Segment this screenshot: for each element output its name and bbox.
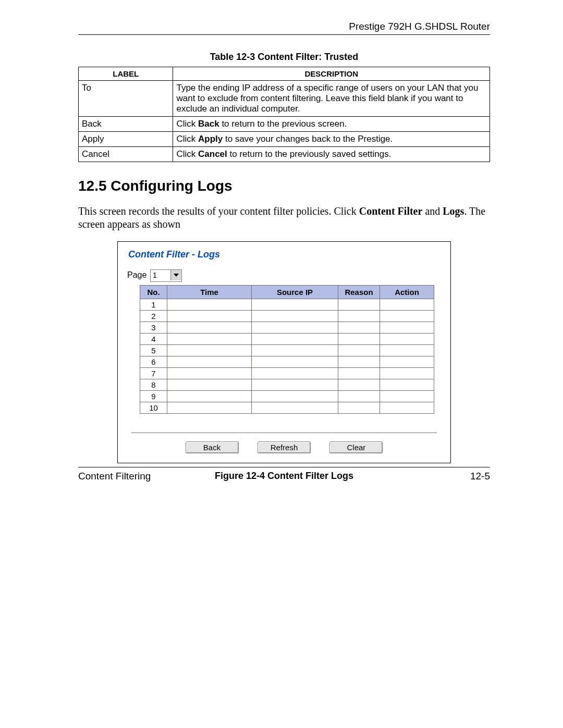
table-row: 7 — [140, 368, 434, 379]
table-row: Cancel Click Cancel to return to the pre… — [79, 147, 490, 162]
product-name: Prestige 792H G.SHDSL Router — [349, 21, 490, 32]
page-select[interactable]: 1 — [150, 269, 182, 282]
section-intro: This screen records the results of your … — [78, 205, 490, 231]
table-row: 2 — [140, 311, 434, 322]
th-reason: Reason — [338, 286, 380, 299]
th-time: Time — [167, 286, 252, 299]
table-row: 8 — [140, 379, 434, 391]
cell-desc: Click Apply to save your changes back to… — [173, 132, 490, 147]
figure-content-filter-logs: Content Filter - Logs Page 1 No. Time So… — [117, 241, 451, 463]
table-row: 4 — [140, 334, 434, 345]
refresh-button[interactable]: Refresh — [258, 441, 311, 453]
th-no: No. — [140, 286, 167, 299]
table-row: 10 — [140, 402, 434, 414]
page-selector-row: Page 1 — [127, 269, 442, 282]
cell-label: Cancel — [79, 147, 173, 162]
table-row: Apply Click Apply to save your changes b… — [79, 132, 490, 147]
table-row: To Type the ending IP address of a speci… — [79, 81, 490, 117]
th-label: LABEL — [79, 67, 173, 81]
page-select-value: 1 — [151, 270, 170, 280]
figure-title: Content Filter - Logs — [128, 249, 442, 260]
cell-label: Back — [79, 117, 173, 132]
page-label: Page — [127, 270, 146, 279]
cell-desc: Click Cancel to return to the previously… — [173, 147, 490, 162]
table-row: 1 — [140, 299, 434, 311]
table-row: 3 — [140, 322, 434, 334]
section-heading: 12.5 Configuring Logs — [78, 178, 490, 194]
page-footer: Content Filtering 12-5 — [78, 467, 490, 482]
cell-desc: Type the ending IP address of a specific… — [173, 81, 490, 117]
cell-desc: Click Back to return to the previous scr… — [173, 117, 490, 132]
clear-button[interactable]: Clear — [329, 441, 383, 453]
th-action: Action — [380, 286, 434, 299]
table-row: Back Click Back to return to the previou… — [79, 117, 490, 132]
figure-button-row: Back Refresh Clear — [131, 433, 437, 453]
page-header: Prestige 792H G.SHDSL Router — [78, 21, 490, 35]
cell-label: Apply — [79, 132, 173, 147]
chevron-down-icon[interactable] — [170, 270, 181, 280]
logs-table: No. Time Source IP Reason Action 1 2 3 4… — [140, 285, 434, 414]
table-row: 9 — [140, 391, 434, 402]
th-description: DESCRIPTION — [173, 67, 490, 81]
table-trusted: LABEL DESCRIPTION To Type the ending IP … — [78, 67, 490, 162]
footer-page-number: 12-5 — [470, 471, 490, 482]
table-row: 6 — [140, 356, 434, 368]
table-caption-trusted: Table 12-3 Content Filter: Trusted — [78, 52, 490, 63]
cell-label: To — [79, 81, 173, 117]
footer-section: Content Filtering — [78, 471, 151, 482]
table-row: 5 — [140, 345, 434, 356]
back-button[interactable]: Back — [186, 441, 239, 453]
th-source: Source IP — [252, 286, 338, 299]
